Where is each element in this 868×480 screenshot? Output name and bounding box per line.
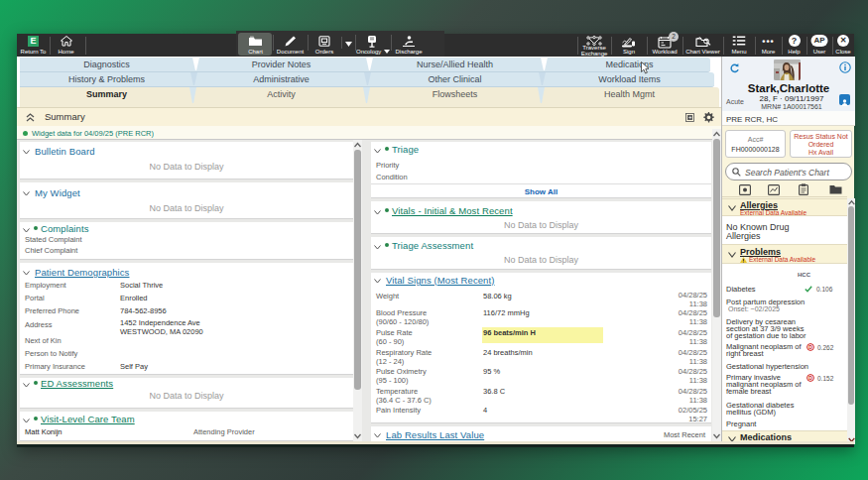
svg-text:D: D [808,375,812,381]
svg-text:D: D [808,344,812,350]
